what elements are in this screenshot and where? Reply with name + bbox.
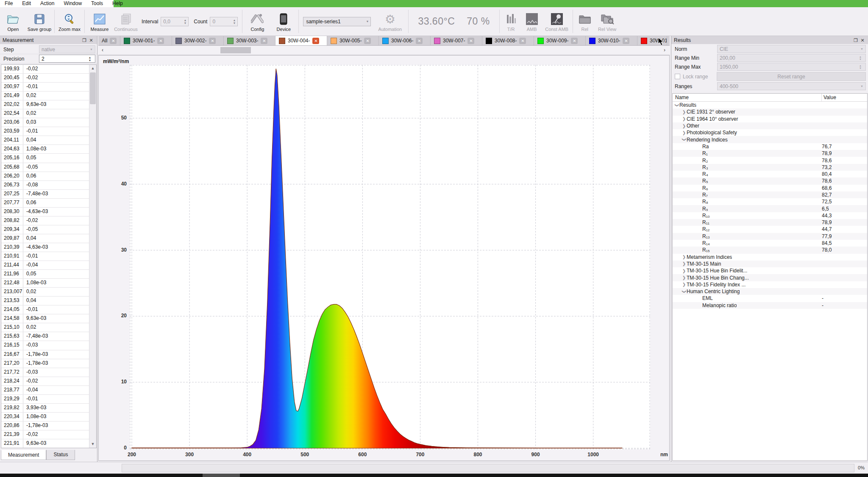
tab-close-icon[interactable]: ✕	[623, 38, 629, 44]
tree-node-label[interactable]: EML	[702, 295, 713, 301]
norm-select[interactable]: CIE ▼	[717, 45, 866, 53]
tree-node-label[interactable]: R₃	[702, 164, 708, 170]
tree-node-label[interactable]: R₁₃	[702, 233, 710, 239]
table-row[interactable]: 215,100,02	[1, 323, 89, 332]
float-panel-icon[interactable]: ❐	[81, 37, 88, 43]
chart-horizontal-scrollbar[interactable]: ‹ ›	[98, 46, 670, 55]
scroll-left-icon[interactable]: ‹	[99, 47, 106, 53]
tree-node[interactable]: R₈72,5	[673, 198, 867, 205]
tree-node[interactable]: ❯TM-30-15 Hue Bin Chang...	[673, 274, 867, 281]
tab-close-icon[interactable]: ✕	[209, 38, 216, 44]
reset-range-button[interactable]: Reset range	[717, 72, 866, 81]
precision-input[interactable]: 2 ▲▼	[39, 55, 95, 63]
step-select[interactable]: native ▼	[39, 45, 95, 53]
tree-node-label[interactable]: R₉	[702, 206, 708, 212]
tree-node[interactable]: ❯Human Centric Lighting	[673, 288, 867, 295]
config-button[interactable]: Config	[244, 7, 270, 36]
interval-spinner[interactable]: ▲▼	[182, 19, 188, 25]
table-row[interactable]: 204,631,08e-03	[1, 145, 89, 154]
tab-30w001[interactable]: 30W-001-✕	[120, 36, 172, 45]
table-row[interactable]: 219,823,93e-03	[1, 404, 89, 413]
table-row[interactable]: 200,45-0,02	[1, 74, 89, 83]
tree-node-label[interactable]: R₂	[702, 158, 708, 164]
table-row[interactable]: 210,39-4,63e-03	[1, 243, 89, 252]
tree-node[interactable]: ❯Metamerism Indices	[673, 254, 867, 261]
tab-30w009[interactable]: 30W-009-✕	[534, 36, 586, 45]
table-row[interactable]: 211,44-0,04	[1, 261, 89, 270]
chevron-collapsed-icon[interactable]: ❯	[682, 275, 687, 280]
tree-node[interactable]: ❯Rendering Indices	[673, 136, 867, 143]
tree-node-label[interactable]: Metamerism Indices	[687, 254, 732, 260]
chevron-collapsed-icon[interactable]: ❯	[682, 282, 687, 287]
tree-node[interactable]: R₁₁78,9	[673, 219, 867, 226]
tab-close-icon[interactable]: ✕	[261, 38, 267, 44]
tree-node[interactable]: ❯CIE 1964 10° observer	[673, 116, 867, 122]
tree-node[interactable]: ❯TM-30-15 Hue Bin Fidelit...	[673, 267, 867, 274]
scrollbar-thumb[interactable]	[220, 47, 251, 53]
tree-node[interactable]: R₂78,6	[673, 157, 867, 164]
tab-close-icon[interactable]: ✕	[110, 38, 117, 44]
range-min-input[interactable]: 200,00 ▲▼	[717, 54, 866, 62]
tab-30w005[interactable]: 30W-005-✕	[327, 36, 379, 45]
scrollbar-thumb[interactable]	[90, 72, 96, 104]
range-max-spinner[interactable]: ▲▼	[857, 64, 863, 69]
table-row[interactable]: 201,490,02	[1, 92, 89, 100]
tab-close-icon[interactable]: ✕	[157, 38, 164, 44]
chevron-collapsed-icon[interactable]: ❯	[682, 269, 687, 273]
chevron-expanded-icon[interactable]: ❯	[675, 103, 679, 108]
table-row[interactable]: 220,86-1,78e-03	[1, 422, 89, 430]
bottom-tab-status[interactable]: Status	[46, 450, 75, 460]
tab-30w008[interactable]: 30W-008-✕	[482, 36, 534, 45]
table-row[interactable]: 199,93-0,02	[1, 65, 89, 74]
table-row[interactable]: 216,15-0,03	[1, 341, 89, 350]
table-row[interactable]: 200,97-0,01	[1, 83, 89, 92]
count-spinner[interactable]: ▲▼	[231, 19, 237, 25]
tree-node-label[interactable]: TM-30-15 Hue Bin Chang...	[687, 275, 749, 281]
tree-node-label[interactable]: R₁₂	[702, 226, 709, 232]
tab-close-icon[interactable]: ✕	[519, 38, 526, 44]
chevron-collapsed-icon[interactable]: ❯	[682, 124, 687, 128]
table-row[interactable]: 210,91-0,01	[1, 252, 89, 261]
table-row[interactable]: 221,919,63e-03	[1, 439, 89, 448]
chevron-collapsed-icon[interactable]: ❯	[682, 261, 687, 266]
tree-node-label[interactable]: R₇	[702, 192, 708, 198]
chevron-expanded-icon[interactable]: ❯	[682, 289, 687, 294]
amb-button[interactable]: AMB	[521, 7, 543, 36]
tree-node-label[interactable]: R₁₅	[702, 247, 710, 253]
table-row[interactable]: 207,770,06	[1, 199, 89, 208]
rel-view-button[interactable]: Rel View	[595, 7, 620, 36]
tree-node[interactable]: ❯CIE 1931 2° observer	[673, 108, 867, 115]
bottom-tab-measurement[interactable]: Measurement	[1, 450, 46, 460]
scroll-up-icon[interactable]: ▲	[89, 65, 96, 72]
chevron-collapsed-icon[interactable]: ❯	[682, 255, 687, 259]
tree-node-label[interactable]: R₅	[702, 178, 708, 184]
chevron-collapsed-icon[interactable]: ❯	[682, 130, 687, 135]
table-row[interactable]: 205,160,05	[1, 154, 89, 163]
table-row[interactable]: 213,0070,02	[1, 288, 89, 297]
table-row[interactable]: 217,20-1,78e-03	[1, 359, 89, 368]
tree-node-label[interactable]: CIE 1931 2° observer	[687, 109, 735, 115]
tab-30w002[interactable]: 30W-002-✕	[172, 36, 224, 45]
tab-close-icon[interactable]: ✕	[312, 38, 319, 44]
automation-button[interactable]: ⚙ Automation	[373, 7, 406, 36]
tree-node[interactable]: R₉6,5	[673, 205, 867, 212]
tree-node-label[interactable]: Other	[687, 123, 699, 129]
rel-button[interactable]: Rel	[575, 7, 595, 36]
tab-30w010[interactable]: 30W-010-✕	[586, 36, 637, 45]
save-group-button[interactable]: Save group	[26, 7, 53, 36]
tree-node[interactable]: Melanopic ratio-	[673, 302, 867, 309]
table-row[interactable]: 215,63-7,48e-03	[1, 332, 89, 341]
tree-node-label[interactable]: R₈	[702, 199, 708, 205]
tree-node-label[interactable]: R₁₁	[702, 219, 709, 225]
tree-node-label[interactable]: Ra	[702, 144, 709, 150]
table-row[interactable]: 216,67-1,78e-03	[1, 350, 89, 359]
chevron-collapsed-icon[interactable]: ❯	[682, 116, 687, 121]
tree-node-label[interactable]: R₆	[702, 185, 708, 191]
tree-node[interactable]: R₁₄84,5	[673, 240, 867, 247]
table-row[interactable]: 206,200,06	[1, 172, 89, 181]
tab-close-icon[interactable]: ✕	[467, 38, 474, 44]
measurement-table-scrollbar[interactable]: ▲ ▼	[89, 65, 96, 448]
tree-node-label[interactable]: Photobiological Safety	[687, 130, 737, 136]
table-row[interactable]: 209,34-0,05	[1, 225, 89, 234]
table-row[interactable]: 204,110,04	[1, 136, 89, 145]
